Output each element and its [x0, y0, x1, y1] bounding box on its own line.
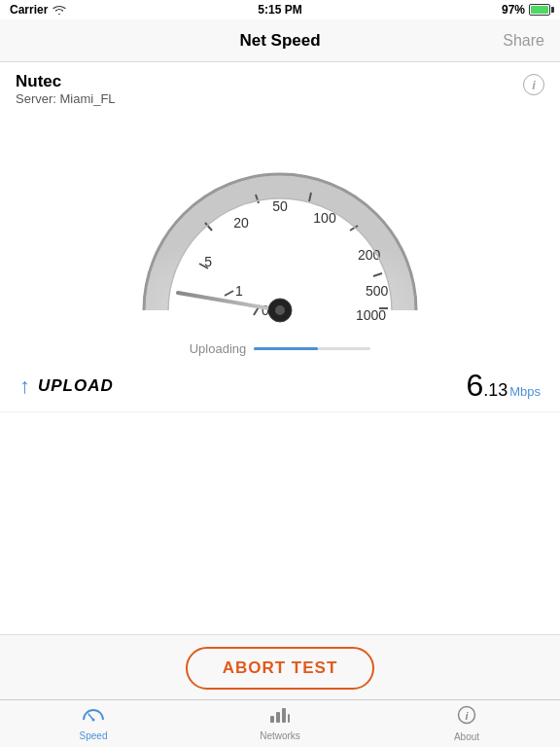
progress-bar	[254, 347, 370, 350]
svg-text:i: i	[465, 710, 469, 722]
share-button[interactable]: Share	[503, 32, 544, 50]
progress-label: Uploading	[190, 341, 247, 356]
upload-speed: 6 .13 Mbps	[466, 368, 541, 404]
tab-speed[interactable]: Speed	[0, 700, 187, 747]
svg-point-20	[275, 305, 285, 315]
upload-row: ↑ UPLOAD 6 .13 Mbps	[0, 356, 560, 412]
upload-left: ↑ UPLOAD	[19, 374, 114, 399]
status-right: 97%	[502, 3, 550, 17]
about-tab-icon: i	[457, 705, 476, 729]
svg-rect-25	[282, 708, 286, 723]
header-info: Nutec Server: Miami_FL i	[0, 62, 560, 116]
carrier-label: Carrier	[10, 3, 48, 17]
upload-speed-whole: 6	[466, 368, 483, 404]
nav-bar: Net Speed Share	[0, 19, 560, 62]
empty-space	[0, 412, 560, 587]
bottom-area: ABORT TEST	[0, 634, 560, 699]
battery-icon	[529, 4, 550, 16]
speed-tab-icon	[82, 706, 105, 729]
info-icon-button[interactable]: i	[523, 74, 544, 95]
about-tab-label: About	[454, 731, 479, 742]
svg-point-22	[92, 719, 95, 722]
networks-tab-icon	[269, 706, 291, 729]
upload-label: UPLOAD	[38, 376, 114, 396]
status-bar: Carrier 5:15 PM 97%	[0, 0, 560, 19]
tab-bar: Speed Networks i About	[0, 699, 560, 747]
speedometer-svg: 0 1 5 20 50 100 200 500 1000	[115, 125, 445, 339]
svg-rect-23	[270, 716, 274, 723]
tab-about[interactable]: i About	[373, 700, 560, 747]
svg-text:1: 1	[235, 283, 243, 299]
svg-rect-26	[288, 714, 290, 723]
speedometer-container: 0 1 5 20 50 100 200 500 1000	[0, 116, 560, 356]
svg-rect-24	[276, 712, 280, 723]
status-left: Carrier	[10, 3, 67, 17]
abort-test-button[interactable]: ABORT TEST	[186, 647, 375, 690]
upload-speed-decimal: .13	[483, 380, 508, 401]
speed-tab-label: Speed	[80, 730, 108, 741]
progress-bar-area: Uploading	[190, 341, 371, 356]
tab-networks[interactable]: Networks	[187, 700, 373, 747]
svg-text:50: 50	[272, 198, 288, 214]
nav-title: Net Speed	[239, 31, 320, 51]
wifi-status-icon	[52, 4, 67, 16]
server-label: Server: Miami_FL	[16, 91, 544, 106]
status-time: 5:15 PM	[258, 3, 301, 17]
upload-speed-unit: Mbps	[509, 384, 541, 399]
speedometer: 0 1 5 20 50 100 200 500 1000	[115, 125, 445, 339]
svg-text:1000: 1000	[356, 307, 386, 323]
provider-name: Nutec	[16, 72, 544, 91]
upload-arrow-icon: ↑	[19, 374, 30, 399]
svg-text:20: 20	[233, 215, 249, 231]
battery-percent: 97%	[502, 3, 525, 17]
networks-tab-label: Networks	[260, 730, 300, 741]
svg-text:500: 500	[366, 283, 389, 299]
info-icon-label: i	[532, 78, 536, 92]
